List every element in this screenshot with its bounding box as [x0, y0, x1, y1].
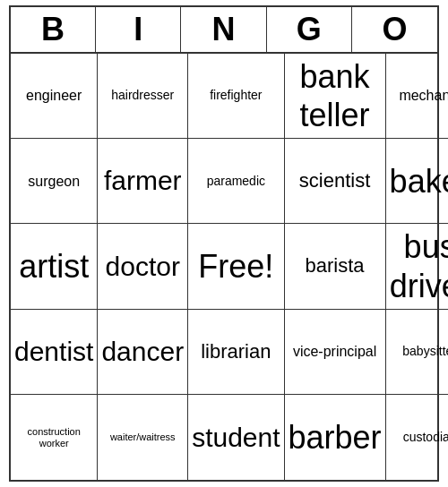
header-letter: O: [352, 7, 437, 52]
cell-text: Free!: [198, 247, 273, 286]
bingo-cell: baker: [386, 139, 448, 224]
cell-text: firefighter: [210, 88, 262, 103]
bingo-cell: bank teller: [285, 54, 386, 139]
cell-text: bank teller: [289, 57, 382, 134]
cell-text: engineer: [26, 87, 82, 104]
cell-text: artist: [19, 247, 89, 286]
bingo-cell: hairdresser: [98, 54, 188, 139]
bingo-cell: firefighter: [188, 54, 284, 139]
bingo-cell: librarian: [188, 310, 284, 395]
cell-text: farmer: [104, 165, 182, 197]
bingo-cell: scientist: [285, 139, 386, 224]
bingo-header: BINGO: [11, 7, 437, 54]
header-letter: N: [181, 7, 266, 52]
cell-text: paramedic: [207, 174, 265, 189]
bingo-grid: engineerhairdresserfirefighterbank telle…: [11, 54, 437, 481]
bingo-cell: Free!: [188, 224, 284, 309]
bingo-cell: construction worker: [11, 395, 98, 480]
bingo-cell: doctor: [98, 224, 188, 309]
cell-text: student: [192, 422, 280, 454]
cell-text: barber: [289, 418, 382, 457]
bingo-cell: vice-principal: [285, 310, 386, 395]
header-letter: I: [96, 7, 181, 52]
bingo-cell: dancer: [98, 310, 188, 395]
bingo-cell: paramedic: [188, 139, 284, 224]
bingo-cell: mechanic: [386, 54, 448, 139]
cell-text: hairdresser: [111, 88, 174, 103]
bingo-cell: barber: [285, 395, 386, 480]
bingo-cell: student: [188, 395, 284, 480]
bingo-cell: surgeon: [11, 139, 98, 224]
header-letter: B: [11, 7, 96, 52]
cell-text: baker: [390, 162, 448, 201]
cell-text: surgeon: [28, 173, 80, 190]
cell-text: doctor: [106, 251, 180, 283]
cell-text: babysitter: [402, 344, 448, 359]
bingo-cell: babysitter: [386, 310, 448, 395]
cell-text: librarian: [201, 340, 271, 363]
cell-text: construction worker: [14, 426, 93, 449]
cell-text: barista: [306, 254, 365, 278]
bingo-cell: engineer: [11, 54, 98, 139]
cell-text: custodian: [403, 430, 448, 445]
cell-text: scientist: [299, 169, 370, 192]
bingo-cell: dentist: [11, 310, 98, 395]
bingo-card: BINGO engineerhairdresserfirefighterbank…: [9, 5, 439, 483]
bingo-cell: bus driver: [386, 224, 448, 309]
cell-text: bus driver: [390, 227, 448, 304]
bingo-cell: custodian: [386, 395, 448, 480]
cell-text: dancer: [101, 336, 184, 368]
bingo-cell: waiter/waitress: [98, 395, 188, 480]
header-letter: G: [267, 7, 352, 52]
cell-text: mechanic: [399, 87, 448, 104]
bingo-cell: artist: [11, 224, 98, 309]
bingo-cell: farmer: [98, 139, 188, 224]
bingo-cell: barista: [285, 224, 386, 309]
cell-text: dentist: [14, 336, 93, 368]
cell-text: vice-principal: [293, 343, 376, 360]
cell-text: waiter/waitress: [110, 431, 176, 443]
